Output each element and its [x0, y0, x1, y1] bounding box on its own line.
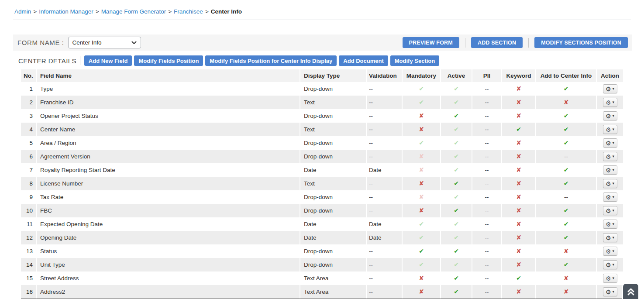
- row-action-menu-button[interactable]: ⚙▾: [603, 260, 617, 269]
- row-action-menu-button[interactable]: ⚙▾: [603, 192, 617, 202]
- table-row: 6Agreement VersionDrop-down--✘✔--✘--⚙▾: [21, 150, 623, 163]
- add-section-button[interactable]: ADD SECTION: [471, 37, 523, 48]
- row-action-menu-button[interactable]: ⚙▾: [603, 111, 617, 120]
- add-to-center-info-cell: ✘: [536, 285, 597, 299]
- modify-fields-position-button[interactable]: Modify Fields Position: [134, 55, 203, 66]
- keyword-cell: ✘: [502, 244, 536, 258]
- pii-cell: --: [472, 204, 502, 217]
- row-action-menu-button[interactable]: ⚙▾: [603, 179, 617, 188]
- form-name-bar: FORM NAME : Center Info PREVIEW FORM ADD…: [13, 34, 632, 51]
- display-type-cell: Drop-down: [300, 109, 367, 123]
- form-name-select[interactable]: Center Info: [68, 37, 141, 48]
- keyword-cell: ✘: [502, 163, 536, 177]
- table-row: 7Royalty Reporting Start DateDateDate✘✔-…: [21, 163, 623, 177]
- row-action-menu-button[interactable]: ⚙▾: [603, 125, 617, 134]
- row-action-menu-button[interactable]: ⚙▾: [603, 287, 617, 296]
- breadcrumb-link-manage-form-generator[interactable]: Manage Form Generator: [101, 8, 166, 15]
- action-cell: ⚙▾: [597, 136, 623, 150]
- validation-cell: --: [367, 136, 403, 150]
- field-name-cell: Center Name: [37, 123, 300, 136]
- row-action-menu-button[interactable]: ⚙▾: [603, 98, 617, 107]
- add-to-center-info-cell: ✔: [536, 136, 597, 150]
- validation-cell: --: [367, 96, 403, 109]
- add-document-button[interactable]: Add Document: [339, 55, 388, 66]
- row-action-menu-button[interactable]: ⚙▾: [603, 152, 617, 161]
- gear-icon: ⚙: [606, 181, 611, 187]
- field-name-cell: Street Address: [37, 272, 300, 285]
- field-name-cell: License Number: [37, 177, 300, 190]
- add-to-center-info-cell: ✔: [536, 177, 597, 190]
- check-icon: ✔: [564, 126, 569, 133]
- add-to-center-info-cell: ✔: [536, 258, 597, 272]
- breadcrumb-link-franchisee[interactable]: Franchisee: [174, 8, 203, 15]
- active-cell: ✔: [441, 272, 472, 285]
- active-cell: ✔: [441, 96, 472, 109]
- row-action-menu-button[interactable]: ⚙▾: [603, 206, 617, 215]
- modify-section-button[interactable]: Modify Section: [390, 55, 439, 66]
- row-action-menu-button[interactable]: ⚙▾: [603, 220, 617, 229]
- row-action-menu-button[interactable]: ⚙▾: [603, 274, 617, 283]
- breadcrumb-link-information-manager[interactable]: Information Manager: [39, 8, 93, 15]
- form-name-selected-value: Center Info: [72, 39, 102, 46]
- section-title: CENTER DETAILS: [18, 57, 76, 65]
- validation-cell: Date: [367, 217, 403, 231]
- cross-icon: ✘: [516, 112, 521, 119]
- gear-icon: ⚙: [606, 140, 611, 146]
- add-to-center-info-cell: --: [536, 190, 597, 204]
- mandatory-cell: ✘: [403, 109, 441, 123]
- field-name-cell: Royalty Reporting Start Date: [37, 163, 300, 177]
- active-cell: ✔: [441, 109, 472, 123]
- active-cell: ✔: [441, 82, 472, 96]
- caret-down-icon: ▾: [613, 155, 615, 158]
- scroll-to-top-button[interactable]: [623, 284, 638, 299]
- action-cell: ⚙▾: [597, 177, 623, 190]
- preview-form-button[interactable]: PREVIEW FORM: [403, 37, 459, 48]
- modify-sections-position-button[interactable]: MODIFY SECTIONS POSITION: [534, 37, 628, 48]
- check-light-icon: ✔: [454, 153, 459, 160]
- add-to-center-info-cell: ✔: [536, 82, 597, 96]
- action-cell: ⚙▾: [597, 190, 623, 204]
- form-name-label: FORM NAME :: [17, 39, 64, 46]
- row-action-menu-button[interactable]: ⚙▾: [603, 84, 617, 93]
- cross-icon: ✘: [516, 153, 521, 160]
- validation-cell: --: [367, 244, 403, 258]
- caret-down-icon: ▾: [613, 290, 615, 294]
- active-cell: ✔: [441, 231, 472, 244]
- check-icon: ✔: [564, 207, 569, 214]
- row-action-menu-button[interactable]: ⚙▾: [603, 165, 617, 175]
- breadcrumb-link-admin[interactable]: Admin: [14, 8, 31, 15]
- caret-down-icon: ▾: [613, 168, 615, 172]
- header-pii: PII: [472, 69, 502, 82]
- header-action: Action: [597, 69, 623, 82]
- table-row: 3Opener Project StatusDrop-down--✘✔--✘✔⚙…: [21, 109, 623, 123]
- row-action-menu-button[interactable]: ⚙▾: [603, 138, 617, 148]
- modify-fields-position-center-info-display-button[interactable]: Modify Fields Position for Center Info D…: [205, 55, 337, 66]
- pii-cell: --: [472, 217, 502, 231]
- pii-cell: --: [472, 96, 502, 109]
- cross-icon: ✘: [516, 288, 521, 295]
- check-icon: ✔: [454, 180, 459, 187]
- action-cell: ⚙▾: [597, 123, 623, 136]
- button-divider: [528, 38, 529, 48]
- table-row: 12Opening DateDateDate✔✔--✘✔⚙▾: [21, 231, 623, 244]
- display-type-cell: Drop-down: [300, 244, 367, 258]
- display-type-cell: Date: [300, 163, 367, 177]
- check-light-icon: ✔: [454, 99, 459, 106]
- check-light-icon: ✔: [454, 126, 459, 133]
- field-name-cell: Tax Rate: [37, 190, 300, 204]
- check-icon: ✔: [454, 247, 459, 254]
- caret-down-icon: ▾: [613, 127, 615, 131]
- field-name-cell: FBC: [37, 204, 300, 217]
- row-number: 11: [21, 217, 37, 231]
- caret-down-icon: ▾: [613, 182, 615, 186]
- add-new-field-button[interactable]: Add New Field: [84, 55, 132, 66]
- row-action-menu-button[interactable]: ⚙▾: [603, 247, 617, 256]
- keyword-cell: ✘: [502, 109, 536, 123]
- caret-down-icon: ▾: [613, 195, 615, 199]
- keyword-cell: ✘: [502, 150, 536, 163]
- check-icon: ✔: [419, 247, 424, 254]
- cross-icon: ✘: [419, 288, 424, 295]
- row-action-menu-button[interactable]: ⚙▾: [603, 233, 617, 242]
- cross-icon: ✘: [419, 126, 424, 133]
- mandatory-cell: ✔: [403, 244, 441, 258]
